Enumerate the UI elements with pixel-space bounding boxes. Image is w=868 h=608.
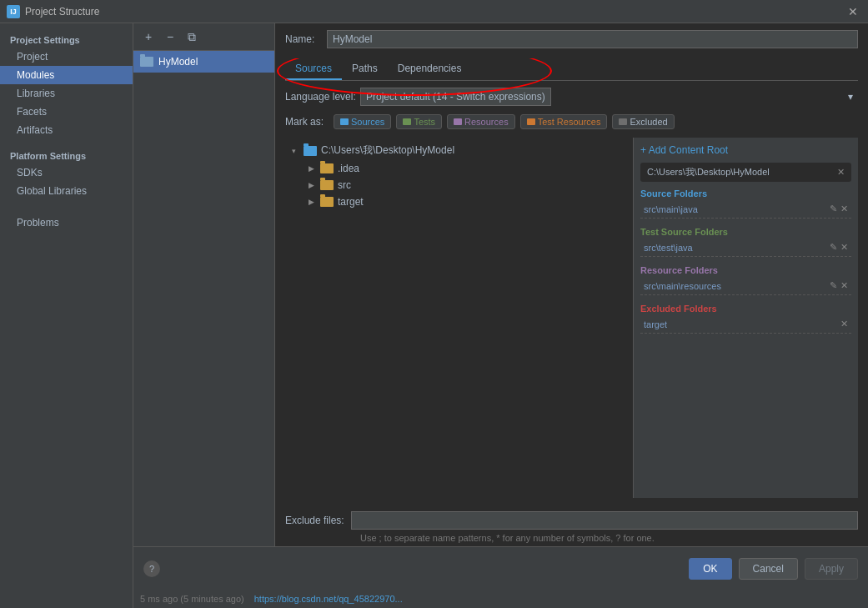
mark-test-resources-button[interactable]: Test Resources	[520, 114, 608, 129]
tab-sources[interactable]: Sources	[285, 58, 342, 80]
idea-expand-arrow: ▶	[309, 164, 319, 173]
resource-folders-title: Resource Folders	[640, 265, 851, 275]
exclude-files-input[interactable]	[351, 511, 858, 530]
test-source-folders-title: Test Source Folders	[640, 227, 851, 237]
sidebar-item-modules[interactable]: Modules	[0, 66, 133, 84]
sidebar-item-global-libraries[interactable]: Global Libraries	[0, 182, 133, 200]
src-expand-arrow: ▶	[309, 181, 319, 189]
name-label: Name:	[285, 33, 327, 45]
resource-folder-remove-button[interactable]: ✕	[840, 280, 848, 291]
cancel-button[interactable]: Cancel	[739, 558, 798, 580]
source-divider	[640, 218, 851, 219]
test-source-divider	[640, 256, 851, 257]
resource-divider	[640, 294, 851, 295]
excluded-folder-remove-button[interactable]: ✕	[840, 319, 848, 329]
path-close-button[interactable]: ✕	[837, 167, 845, 178]
test-source-folder-edit-button[interactable]: ✎	[830, 242, 837, 253]
exclude-files-hint: Use ; to separate name patterns, * for a…	[360, 533, 858, 543]
content-roots-panel: + Add Content Root C:\Users\我\Desktop\Hy…	[633, 138, 858, 498]
module-folder-icon	[140, 57, 153, 67]
excluded-folders-section: Excluded Folders target ✕	[640, 304, 851, 334]
details-panel: Name: Sources Paths	[275, 23, 868, 546]
target-folder-icon	[320, 197, 334, 207]
app-icon: IJ	[7, 5, 20, 18]
resource-folder-edit-button[interactable]: ✎	[830, 280, 837, 291]
sidebar-item-sdks[interactable]: SDKs	[0, 163, 133, 182]
language-level-label: Language level:	[285, 91, 360, 103]
path-header: C:\Users\我\Desktop\HyModel ✕	[640, 163, 851, 182]
sidebar: Project Settings Project Modules Librari…	[0, 23, 133, 608]
sidebar-item-problems[interactable]: Problems	[0, 214, 133, 232]
tree-item-target[interactable]: ▶ target	[285, 193, 633, 210]
mark-tests-button[interactable]: Tests	[396, 114, 442, 129]
mark-excluded-button[interactable]: Excluded	[612, 114, 674, 129]
idea-folder-icon	[320, 163, 334, 173]
test-source-folder-path: src\test\java	[644, 243, 830, 253]
module-item-hymodel[interactable]: HyModel	[133, 51, 274, 73]
ok-button[interactable]: OK	[689, 558, 731, 580]
language-level-row: Language level: Project default (14 - Sw…	[285, 88, 858, 106]
sidebar-item-facets[interactable]: Facets	[0, 103, 133, 121]
sidebar-item-project[interactable]: Project	[0, 48, 133, 66]
module-toolbar: + − ⧉	[133, 23, 274, 51]
target-expand-arrow: ▶	[309, 198, 319, 206]
test-resources-color-dot	[527, 118, 535, 125]
tab-paths[interactable]: Paths	[342, 58, 388, 80]
copy-module-button[interactable]: ⧉	[182, 27, 202, 47]
title-bar: IJ Project Structure ✕	[0, 0, 868, 23]
root-folder-icon	[304, 146, 317, 156]
resource-folder-entry: src\main\resources ✎ ✕	[640, 279, 851, 293]
mark-as-label: Mark as:	[285, 116, 324, 128]
help-button[interactable]: ?	[143, 560, 160, 577]
platform-settings-label: Platform Settings	[0, 146, 133, 163]
excluded-folders-title: Excluded Folders	[640, 304, 851, 314]
mark-resources-button[interactable]: Resources	[447, 114, 515, 129]
apply-button[interactable]: Apply	[805, 558, 858, 580]
exclude-files-row: Exclude files:	[285, 511, 858, 530]
test-source-folder-remove-button[interactable]: ✕	[840, 242, 848, 253]
mark-as-row: Mark as: Sources Tests Res	[285, 114, 858, 129]
resources-color-dot	[454, 118, 462, 125]
tree-item-root[interactable]: ▾ C:\Users\我\Desktop\HyModel	[285, 141, 633, 160]
tree-item-src[interactable]: ▶ src	[285, 177, 633, 193]
bottom-bar: ? OK Cancel Apply	[133, 546, 868, 590]
mark-sources-button[interactable]: Sources	[334, 114, 391, 129]
language-level-select[interactable]: Project default (14 - Switch expressions…	[360, 88, 551, 106]
excluded-folder-entry: target ✕	[640, 317, 851, 331]
sidebar-item-artifacts[interactable]: Artifacts	[0, 121, 133, 139]
source-folder-remove-button[interactable]: ✕	[840, 204, 848, 214]
file-tree: ▾ C:\Users\我\Desktop\HyModel ▶ .idea	[285, 138, 633, 498]
sidebar-item-libraries[interactable]: Libraries	[0, 84, 133, 103]
source-folder-entry: src\main\java ✎ ✕	[640, 202, 851, 216]
source-folders-section: Source Folders src\main\java ✎ ✕	[640, 188, 851, 219]
exclude-files-label: Exclude files:	[285, 515, 344, 526]
status-bar: 5 ms ago (5 minutes ago) https://blog.cs…	[133, 590, 868, 608]
expand-arrow: ▾	[292, 147, 302, 155]
add-content-root-button[interactable]: + Add Content Root	[640, 144, 851, 156]
src-folder-icon	[320, 180, 334, 190]
test-source-folder-entry: src\test\java ✎ ✕	[640, 240, 851, 254]
source-folders-title: Source Folders	[640, 188, 851, 198]
remove-module-button[interactable]: −	[160, 27, 180, 47]
excluded-divider	[640, 333, 851, 334]
status-text: 5 ms ago (5 minutes ago)	[140, 594, 244, 604]
sources-color-dot	[340, 118, 349, 125]
close-button[interactable]: ✕	[845, 5, 861, 18]
name-input[interactable]	[327, 30, 858, 48]
add-module-button[interactable]: +	[138, 27, 158, 47]
tree-item-idea[interactable]: ▶ .idea	[285, 160, 633, 177]
status-link[interactable]: https://blog.csdn.net/qq_45822970...	[254, 594, 403, 604]
test-source-folders-section: Test Source Folders src\test\java ✎ ✕	[640, 227, 851, 257]
tabs-row: Sources Paths Dependencies	[285, 58, 858, 81]
source-folder-path: src\main\java	[644, 204, 830, 214]
resource-folder-path: src\main\resources	[644, 281, 830, 291]
tests-color-dot	[403, 118, 411, 125]
source-folder-edit-button[interactable]: ✎	[830, 204, 837, 214]
title-bar-text: Project Structure	[25, 6, 845, 18]
name-row: Name:	[285, 30, 858, 48]
excluded-folder-path: target	[644, 319, 840, 329]
excluded-color-dot	[619, 118, 627, 125]
project-settings-label: Project Settings	[0, 30, 133, 48]
tab-dependencies[interactable]: Dependencies	[388, 58, 472, 80]
module-list-panel: + − ⧉ HyModel	[133, 23, 275, 546]
